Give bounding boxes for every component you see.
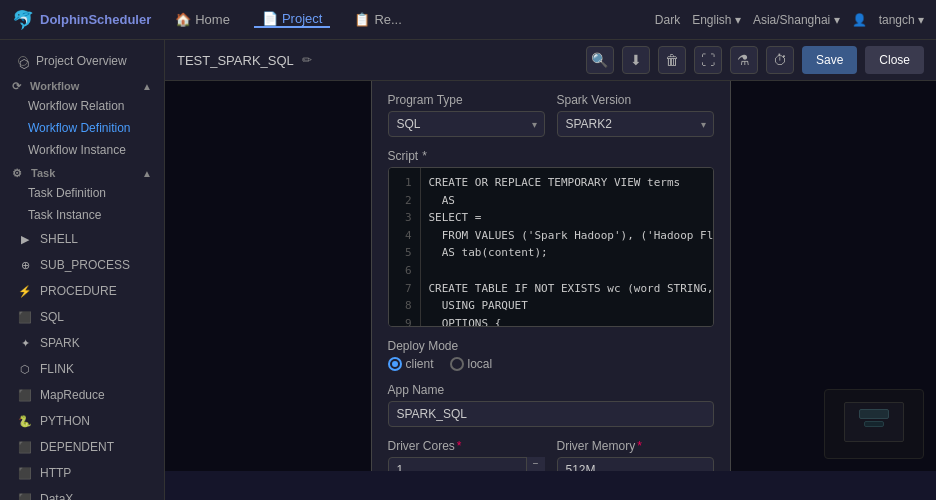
close-button[interactable]: Close bbox=[865, 46, 924, 74]
settings-btn[interactable]: ⏱ bbox=[766, 46, 794, 74]
driver-memory-label: Driver Memory * bbox=[557, 439, 714, 453]
deploy-mode-client[interactable]: client bbox=[388, 357, 434, 371]
program-type-select[interactable]: SQL Python Scala bbox=[388, 111, 545, 137]
sidebar-item-task-definition[interactable]: Task Definition bbox=[0, 182, 164, 204]
home-icon: 🏠 bbox=[175, 12, 191, 27]
sidebar-item-task-instance[interactable]: Task Instance bbox=[0, 204, 164, 226]
panel-body: Program Type SQL Python Scala bbox=[372, 81, 730, 471]
spark-version-label: Spark Version bbox=[557, 93, 714, 107]
program-type-select-wrap: SQL Python Scala bbox=[388, 111, 545, 137]
task-icon: ⚙ bbox=[12, 167, 22, 179]
sidebar: ⬡ Project Overview ⟳ Workflow ▲ Workflow… bbox=[0, 40, 165, 500]
script-label: Script * bbox=[388, 149, 714, 163]
workflow-collapse-icon: ▲ bbox=[142, 81, 152, 92]
lang-select[interactable]: English ▾ bbox=[692, 13, 741, 27]
sidebar-section-task[interactable]: ⚙ Task ▲ bbox=[0, 161, 164, 182]
driver-cores-increment[interactable]: + bbox=[527, 470, 545, 471]
app-name-input[interactable] bbox=[388, 401, 714, 427]
driver-cores-steppers: − + bbox=[526, 457, 545, 471]
workflow-label: ⟳ Workflow bbox=[12, 80, 79, 93]
save-button[interactable]: Save bbox=[802, 46, 857, 74]
node-settings-panel: Current node settings ℹ Instructions bbox=[371, 81, 731, 471]
sidebar-item-procedure[interactable]: ⚡ PROCEDURE bbox=[0, 278, 164, 304]
logo: 🐬 DolphinScheduler bbox=[12, 9, 151, 31]
spark-version-select-wrap: SPARK2 SPARK3 bbox=[557, 111, 714, 137]
sidebar-item-http[interactable]: ⬛ HTTP bbox=[0, 460, 164, 486]
python-icon: 🐍 bbox=[18, 414, 32, 428]
datax-icon: ⬛ bbox=[18, 492, 32, 500]
nav-home[interactable]: 🏠 Home bbox=[167, 12, 238, 27]
topnav: 🐬 DolphinScheduler 🏠 Home 📄 Project 📋 Re… bbox=[0, 0, 936, 40]
sidebar-item-mapreduce[interactable]: ⬛ MapReduce bbox=[0, 382, 164, 408]
app-name-row: App Name bbox=[388, 383, 714, 427]
delete-btn[interactable]: 🗑 bbox=[658, 46, 686, 74]
driver-row: Driver Cores * − + bbox=[388, 439, 714, 471]
program-type-label: Program Type bbox=[388, 93, 545, 107]
nav-project[interactable]: 📄 Project bbox=[254, 11, 330, 28]
sidebar-item-python[interactable]: 🐍 PYTHON bbox=[0, 408, 164, 434]
spark-version-select[interactable]: SPARK2 SPARK3 bbox=[557, 111, 714, 137]
flink-icon: ⬡ bbox=[18, 362, 32, 376]
sidebar-item-datax[interactable]: ⬛ DataX bbox=[0, 486, 164, 500]
deploy-mode-row: Deploy Mode client local bbox=[388, 339, 714, 371]
sidebar-item-flink[interactable]: ⬡ FLINK bbox=[0, 356, 164, 382]
http-icon: ⬛ bbox=[18, 466, 32, 480]
script-content[interactable]: CREATE OR REPLACE TEMPORARY VIEW terms A… bbox=[421, 168, 714, 326]
user-avatar: 👤 bbox=[852, 13, 867, 27]
modal-overlay: Current node settings ℹ Instructions bbox=[165, 81, 936, 471]
resource-icon: 📋 bbox=[354, 12, 370, 27]
download-btn[interactable]: ⬇ bbox=[622, 46, 650, 74]
sidebar-item-project-overview[interactable]: ⬡ Project Overview bbox=[0, 48, 164, 74]
sub-process-icon: ⊕ bbox=[18, 258, 32, 272]
local-radio-circle bbox=[450, 357, 464, 371]
task-label: ⚙ Task bbox=[12, 167, 55, 180]
driver-cores-input-wrap: − + bbox=[388, 457, 545, 471]
sidebar-item-spark[interactable]: ✦ SPARK bbox=[0, 330, 164, 356]
user-menu[interactable]: tangch ▾ bbox=[879, 13, 924, 27]
workflow-edit-icon[interactable]: ✏ bbox=[302, 53, 312, 67]
sidebar-item-sql[interactable]: ⬛ SQL bbox=[0, 304, 164, 330]
deploy-mode-local[interactable]: local bbox=[450, 357, 493, 371]
filter-btn[interactable]: ⚗ bbox=[730, 46, 758, 74]
shell-icon: ▶ bbox=[18, 232, 32, 246]
driver-memory-input[interactable] bbox=[557, 457, 714, 471]
procedure-icon: ⚡ bbox=[18, 284, 32, 298]
program-type-group: Program Type SQL Python Scala bbox=[388, 93, 545, 137]
timezone-select[interactable]: Asia/Shanghai ▾ bbox=[753, 13, 840, 27]
spark-icon: ✦ bbox=[18, 336, 32, 350]
script-editor[interactable]: 1234567891011121314151617 CREATE OR REPL… bbox=[388, 167, 714, 327]
workflow-icon: ⟳ bbox=[12, 80, 21, 92]
driver-cores-label: Driver Cores * bbox=[388, 439, 545, 453]
app-name-label: App Name bbox=[388, 383, 714, 397]
sidebar-item-sub-process[interactable]: ⊕ SUB_PROCESS bbox=[0, 252, 164, 278]
driver-cores-input[interactable] bbox=[388, 457, 545, 471]
fullscreen-btn[interactable]: ⛶ bbox=[694, 46, 722, 74]
project-icon: ⬡ bbox=[18, 56, 28, 66]
theme-toggle[interactable]: Dark bbox=[655, 13, 680, 27]
sidebar-item-shell[interactable]: ▶ SHELL bbox=[0, 226, 164, 252]
spark-version-group: Spark Version SPARK2 SPARK3 bbox=[557, 93, 714, 137]
nav-resource[interactable]: 📋 Re... bbox=[346, 12, 409, 27]
search-btn[interactable]: 🔍 bbox=[586, 46, 614, 74]
main-layout: ⬡ Project Overview ⟳ Workflow ▲ Workflow… bbox=[0, 40, 936, 500]
sidebar-item-workflow-definition[interactable]: Workflow Definition bbox=[0, 117, 164, 139]
mapreduce-icon: ⬛ bbox=[18, 388, 32, 402]
deploy-mode-label: Deploy Mode bbox=[388, 339, 714, 353]
driver-cores-decrement[interactable]: − bbox=[527, 457, 545, 470]
workflow-title: TEST_SPARK_SQL bbox=[177, 53, 294, 68]
content-area: TEST_SPARK_SQL ✏ 🔍 ⬇ 🗑 ⛶ ⚗ ⏱ Save Close bbox=[165, 40, 936, 500]
driver-cores-required: * bbox=[457, 439, 462, 453]
driver-memory-required: * bbox=[637, 439, 642, 453]
sidebar-item-workflow-instance[interactable]: Workflow Instance bbox=[0, 139, 164, 161]
topnav-right: Dark English ▾ Asia/Shanghai ▾ 👤 tangch … bbox=[655, 13, 924, 27]
sidebar-item-dependent[interactable]: ⬛ DEPENDENT bbox=[0, 434, 164, 460]
deploy-mode-radios: client local bbox=[388, 357, 714, 371]
script-line-numbers: 1234567891011121314151617 bbox=[389, 168, 421, 326]
sidebar-item-workflow-relation[interactable]: Workflow Relation bbox=[0, 95, 164, 117]
script-required: * bbox=[422, 149, 427, 163]
sql-icon: ⬛ bbox=[18, 310, 32, 324]
workflow-canvas: Current node settings ℹ Instructions bbox=[165, 81, 936, 471]
workflow-actions: 🔍 ⬇ 🗑 ⛶ ⚗ ⏱ Save Close bbox=[586, 46, 924, 74]
dependent-icon: ⬛ bbox=[18, 440, 32, 454]
sidebar-section-workflow[interactable]: ⟳ Workflow ▲ bbox=[0, 74, 164, 95]
